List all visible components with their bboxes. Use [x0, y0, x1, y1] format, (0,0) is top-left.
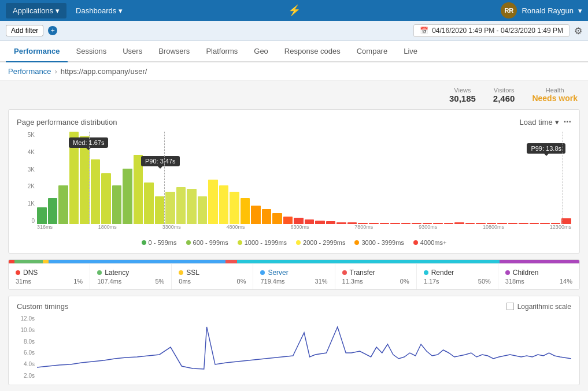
latency-top: Latency — [97, 269, 164, 277]
bar-21 — [262, 209, 272, 224]
tab-compare[interactable]: Compare — [349, 41, 395, 62]
add-filter-label: Add filter — [11, 27, 38, 35]
health-label: Health — [532, 87, 578, 94]
children-bottom: 318ms 14% — [505, 278, 572, 285]
bar-12 — [165, 192, 175, 224]
tab-response-codes[interactable]: Response codes — [276, 41, 349, 62]
latency-name: Latency — [105, 269, 129, 277]
line-chart-polyline — [37, 327, 571, 369]
transfer-name: Transfer — [350, 269, 375, 277]
x-label-316: 316ms — [37, 224, 53, 236]
tab-users[interactable]: Users — [114, 41, 150, 62]
children-dot — [505, 270, 510, 275]
timing-latency: Latency 107.4ms 5% — [90, 264, 172, 289]
latency-dot — [97, 270, 102, 275]
legend-2000-2999: 2000 - 2999ms — [296, 239, 345, 246]
settings-icon[interactable]: ⚙ — [574, 25, 582, 36]
timing-seg-ssl — [43, 260, 49, 263]
nav-right: RR Ronald Raygun ▾ — [501, 2, 582, 18]
legend-3000-3999: 3000 - 3999ms — [354, 239, 404, 246]
tab-platforms[interactable]: Platforms — [198, 41, 246, 62]
x-label-9300: 9300ms — [419, 224, 437, 236]
log-scale-checkbox[interactable] — [506, 303, 514, 310]
load-time-label: Load time — [520, 118, 553, 126]
transfer-pct: 0% — [400, 278, 409, 285]
date-range-picker[interactable]: 📅 04/16/2020 1:49 PM - 04/23/2020 1:49 P… — [413, 24, 569, 37]
log-scale-control: Logarithmic scale — [506, 303, 571, 311]
legend-600-999: 600 - 999ms — [186, 239, 228, 246]
dns-name: DNS — [23, 269, 38, 277]
children-value: 318ms — [505, 278, 524, 285]
dns-value: 31ms — [16, 278, 31, 285]
chart-header: Page performance distribution Load time … — [17, 117, 571, 127]
filter-bar-right: 📅 04/16/2020 1:49 PM - 04/23/2020 1:49 P… — [413, 24, 582, 37]
performance-chart-panel: Page performance distribution Load time … — [8, 109, 580, 254]
timing-seg-render — [237, 260, 500, 263]
bar-chart: 5K 4K 3K 2K 1K 0 316ms 1800ms 3300ms 480… — [17, 132, 571, 236]
tab-geo[interactable]: Geo — [246, 41, 276, 62]
x-label-6300: 6300ms — [290, 224, 309, 236]
bar-13 — [176, 187, 186, 224]
dns-pct: 1% — [73, 278, 83, 285]
ssl-bottom: 0ms 0% — [179, 278, 246, 285]
chart-legend: 0 - 599ms 600 - 999ms 1000 - 1999ms 2000… — [17, 239, 571, 246]
legend-dot-0-599 — [142, 240, 146, 245]
log-scale-text: Logarithmic scale — [517, 303, 571, 311]
ssl-name: SSL — [186, 269, 199, 277]
breadcrumb: Performance › https://app.company/user/ — [0, 62, 588, 81]
legend-4000plus: 4000ms+ — [413, 239, 447, 246]
bar-10 — [144, 183, 154, 224]
visitors-value: 2,460 — [493, 94, 515, 103]
legend-label-0-599: 0 - 599ms — [149, 239, 177, 246]
render-pct: 50% — [478, 278, 491, 285]
bar-22 — [272, 213, 282, 224]
breadcrumb-parent[interactable]: Performance — [8, 67, 51, 76]
timing-dns: DNS 31ms 1% — [9, 264, 90, 289]
add-filter-button[interactable]: Add filter — [6, 25, 43, 36]
more-options-button[interactable]: ··· — [564, 117, 571, 127]
bar-15 — [198, 196, 208, 224]
y-12: 12.0s — [21, 315, 35, 322]
dashboards-menu[interactable]: Dashboards ▾ — [69, 3, 130, 18]
y-label-4k: 4K — [28, 149, 35, 155]
bar-3 — [69, 132, 79, 224]
calendar-icon: 📅 — [420, 27, 428, 35]
bar-25 — [305, 219, 315, 224]
stat-visitors: Visitors 2,460 — [493, 87, 515, 103]
stat-views: Views 30,185 — [449, 87, 476, 103]
load-time-dropdown[interactable]: Load time ▾ — [520, 118, 559, 126]
transfer-top: Transfer — [342, 269, 409, 277]
filter-bar: Add filter + 📅 04/16/2020 1:49 PM - 04/2… — [0, 21, 588, 41]
timing-seg-dns — [9, 260, 14, 263]
y-8: 8.0s — [24, 338, 35, 345]
tab-browsers[interactable]: Browsers — [150, 41, 198, 62]
applications-menu[interactable]: Applications ▾ — [6, 3, 66, 18]
filter-plus-button[interactable]: + — [48, 26, 57, 35]
tab-live[interactable]: Live — [395, 41, 426, 62]
dns-top: DNS — [16, 269, 83, 277]
timing-bar: DNS 31ms 1% Latency 107.4ms 5% — [8, 259, 580, 290]
user-chevron: ▾ — [578, 6, 582, 15]
bar-23 — [283, 217, 293, 224]
tabs-bar: Performance Sessions Users Browsers Plat… — [0, 41, 588, 62]
x-axis: 316ms 1800ms 3300ms 4800ms 6300ms 7800ms… — [37, 224, 571, 236]
children-top: Children — [505, 269, 572, 277]
applications-chevron: ▾ — [56, 6, 60, 15]
ssl-pct: 0% — [237, 278, 246, 285]
tab-sessions[interactable]: Sessions — [68, 41, 114, 62]
dashboards-label: Dashboards — [76, 6, 116, 15]
bar-19 — [241, 198, 250, 224]
main-content: Views 30,185 Visitors 2,460 Health Needs… — [0, 81, 588, 391]
x-label-7800: 7800ms — [354, 224, 373, 236]
bar-20 — [251, 206, 261, 224]
dns-bottom: 31ms 1% — [16, 278, 83, 285]
ssl-dot — [179, 270, 183, 275]
bar-1 — [48, 198, 58, 224]
tab-performance[interactable]: Performance — [6, 41, 68, 62]
transfer-bottom: 11.3ms 0% — [342, 278, 409, 285]
custom-timings-header: Custom timings Logarithmic scale — [17, 302, 571, 311]
dns-dot — [16, 270, 20, 275]
legend-label-600-999: 600 - 999ms — [193, 239, 228, 246]
timing-seg-server — [49, 260, 225, 263]
health-value: Needs work — [532, 94, 578, 103]
